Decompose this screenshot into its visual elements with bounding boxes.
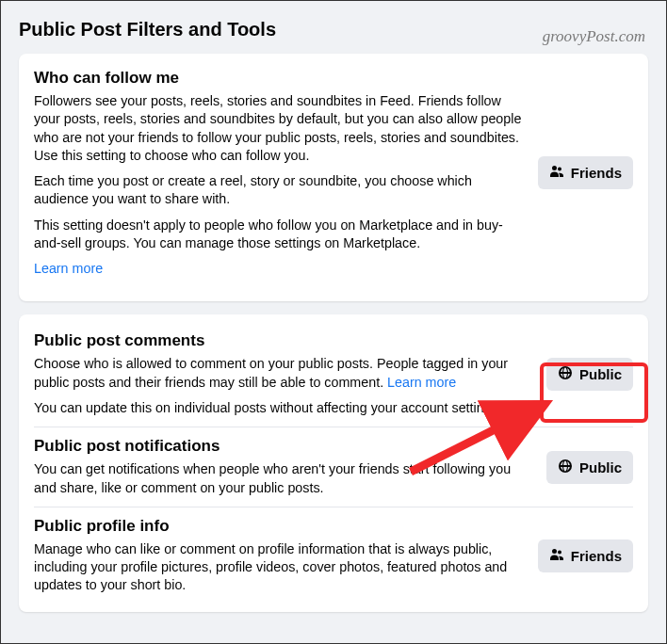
who-can-follow-selector[interactable]: Friends	[538, 156, 633, 189]
notifications-desc: You can get notifications when people wh…	[34, 460, 533, 497]
profile-button-label: Friends	[571, 548, 622, 564]
globe-icon	[558, 459, 573, 476]
settings-card: Public post comments Choose who is allow…	[19, 314, 648, 611]
friends-icon	[549, 164, 564, 182]
follow-learn-more-link[interactable]: Learn more	[34, 261, 103, 276]
follow-title: Who can follow me	[34, 69, 525, 88]
follow-desc-3: This setting doesn't apply to people who…	[34, 217, 525, 253]
globe-icon	[558, 365, 573, 383]
comments-title: Public post comments	[34, 331, 533, 350]
follow-button-label: Friends	[571, 165, 622, 181]
notifications-title: Public post notifications	[34, 437, 533, 456]
follow-desc-2: Each time you post or create a reel, sto…	[34, 172, 525, 209]
comments-learn-more-link[interactable]: Learn more	[387, 375, 456, 390]
comments-desc-2: You can update this on individual posts …	[34, 399, 533, 417]
public-post-comments-selector[interactable]: Public	[546, 358, 633, 391]
friends-icon	[549, 547, 564, 565]
comments-button-label: Public	[579, 366, 622, 382]
notifications-button-label: Public	[579, 459, 622, 475]
public-profile-info-selector[interactable]: Friends	[538, 539, 633, 572]
comments-desc-1: Choose who is allowed to comment on your…	[34, 355, 533, 392]
public-post-notifications-selector[interactable]: Public	[546, 451, 633, 484]
follow-desc-1: Followers see your posts, reels, stories…	[34, 92, 525, 165]
watermark: groovyPost.com	[543, 27, 645, 46]
profile-desc: Manage who can like or comment on profil…	[34, 540, 525, 595]
profile-title: Public profile info	[34, 517, 525, 536]
who-can-follow-card: Who can follow me Followers see your pos…	[19, 54, 648, 301]
